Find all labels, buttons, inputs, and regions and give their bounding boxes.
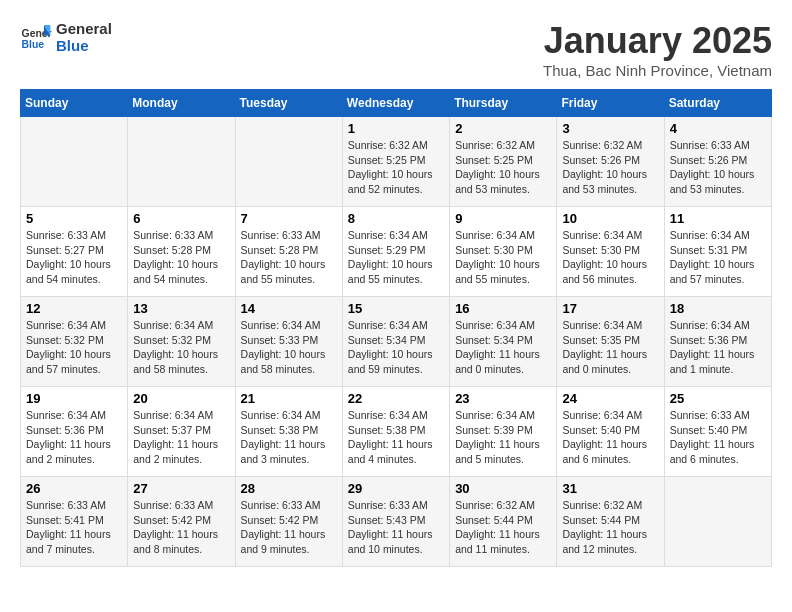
day-number: 12 bbox=[26, 301, 122, 316]
calendar-week-row: 5Sunrise: 6:33 AM Sunset: 5:27 PM Daylig… bbox=[21, 207, 772, 297]
day-info: Sunrise: 6:33 AM Sunset: 5:28 PM Dayligh… bbox=[241, 228, 337, 287]
calendar-day-cell: 27Sunrise: 6:33 AM Sunset: 5:42 PM Dayli… bbox=[128, 477, 235, 567]
day-info: Sunrise: 6:32 AM Sunset: 5:44 PM Dayligh… bbox=[562, 498, 658, 557]
svg-text:Blue: Blue bbox=[22, 39, 45, 50]
day-info: Sunrise: 6:33 AM Sunset: 5:28 PM Dayligh… bbox=[133, 228, 229, 287]
logo-icon: General Blue bbox=[20, 21, 52, 53]
day-info: Sunrise: 6:34 AM Sunset: 5:30 PM Dayligh… bbox=[455, 228, 551, 287]
day-info: Sunrise: 6:32 AM Sunset: 5:25 PM Dayligh… bbox=[455, 138, 551, 197]
day-number: 29 bbox=[348, 481, 444, 496]
day-number: 19 bbox=[26, 391, 122, 406]
day-info: Sunrise: 6:33 AM Sunset: 5:42 PM Dayligh… bbox=[133, 498, 229, 557]
calendar-day-cell: 29Sunrise: 6:33 AM Sunset: 5:43 PM Dayli… bbox=[342, 477, 449, 567]
day-info: Sunrise: 6:34 AM Sunset: 5:30 PM Dayligh… bbox=[562, 228, 658, 287]
calendar-day-cell: 11Sunrise: 6:34 AM Sunset: 5:31 PM Dayli… bbox=[664, 207, 771, 297]
logo: General Blue General Blue bbox=[20, 20, 112, 54]
calendar-day-cell: 3Sunrise: 6:32 AM Sunset: 5:26 PM Daylig… bbox=[557, 117, 664, 207]
day-number: 27 bbox=[133, 481, 229, 496]
day-info: Sunrise: 6:34 AM Sunset: 5:33 PM Dayligh… bbox=[241, 318, 337, 377]
calendar-week-row: 12Sunrise: 6:34 AM Sunset: 5:32 PM Dayli… bbox=[21, 297, 772, 387]
calendar-day-cell: 2Sunrise: 6:32 AM Sunset: 5:25 PM Daylig… bbox=[450, 117, 557, 207]
calendar-day-cell: 10Sunrise: 6:34 AM Sunset: 5:30 PM Dayli… bbox=[557, 207, 664, 297]
day-info: Sunrise: 6:33 AM Sunset: 5:41 PM Dayligh… bbox=[26, 498, 122, 557]
day-info: Sunrise: 6:34 AM Sunset: 5:34 PM Dayligh… bbox=[455, 318, 551, 377]
calendar-day-cell: 20Sunrise: 6:34 AM Sunset: 5:37 PM Dayli… bbox=[128, 387, 235, 477]
calendar-day-cell: 5Sunrise: 6:33 AM Sunset: 5:27 PM Daylig… bbox=[21, 207, 128, 297]
calendar-table: SundayMondayTuesdayWednesdayThursdayFrid… bbox=[20, 89, 772, 567]
day-number: 20 bbox=[133, 391, 229, 406]
calendar-day-cell: 13Sunrise: 6:34 AM Sunset: 5:32 PM Dayli… bbox=[128, 297, 235, 387]
empty-cell bbox=[128, 117, 235, 207]
day-info: Sunrise: 6:33 AM Sunset: 5:42 PM Dayligh… bbox=[241, 498, 337, 557]
day-number: 1 bbox=[348, 121, 444, 136]
calendar-day-cell: 31Sunrise: 6:32 AM Sunset: 5:44 PM Dayli… bbox=[557, 477, 664, 567]
day-number: 21 bbox=[241, 391, 337, 406]
calendar-day-cell: 17Sunrise: 6:34 AM Sunset: 5:35 PM Dayli… bbox=[557, 297, 664, 387]
location-subtitle: Thua, Bac Ninh Province, Vietnam bbox=[543, 62, 772, 79]
day-number: 25 bbox=[670, 391, 766, 406]
calendar-week-row: 1Sunrise: 6:32 AM Sunset: 5:25 PM Daylig… bbox=[21, 117, 772, 207]
empty-cell bbox=[21, 117, 128, 207]
day-number: 11 bbox=[670, 211, 766, 226]
day-info: Sunrise: 6:34 AM Sunset: 5:32 PM Dayligh… bbox=[133, 318, 229, 377]
calendar-day-cell: 9Sunrise: 6:34 AM Sunset: 5:30 PM Daylig… bbox=[450, 207, 557, 297]
calendar-day-cell: 1Sunrise: 6:32 AM Sunset: 5:25 PM Daylig… bbox=[342, 117, 449, 207]
calendar-day-cell: 26Sunrise: 6:33 AM Sunset: 5:41 PM Dayli… bbox=[21, 477, 128, 567]
day-info: Sunrise: 6:34 AM Sunset: 5:29 PM Dayligh… bbox=[348, 228, 444, 287]
day-info: Sunrise: 6:34 AM Sunset: 5:40 PM Dayligh… bbox=[562, 408, 658, 467]
day-number: 9 bbox=[455, 211, 551, 226]
day-number: 22 bbox=[348, 391, 444, 406]
day-info: Sunrise: 6:33 AM Sunset: 5:43 PM Dayligh… bbox=[348, 498, 444, 557]
day-number: 18 bbox=[670, 301, 766, 316]
day-number: 30 bbox=[455, 481, 551, 496]
day-info: Sunrise: 6:34 AM Sunset: 5:36 PM Dayligh… bbox=[26, 408, 122, 467]
day-number: 23 bbox=[455, 391, 551, 406]
day-number: 4 bbox=[670, 121, 766, 136]
month-title: January 2025 bbox=[543, 20, 772, 62]
day-number: 31 bbox=[562, 481, 658, 496]
weekday-header-sunday: Sunday bbox=[21, 90, 128, 117]
calendar-day-cell: 21Sunrise: 6:34 AM Sunset: 5:38 PM Dayli… bbox=[235, 387, 342, 477]
weekday-header-thursday: Thursday bbox=[450, 90, 557, 117]
day-info: Sunrise: 6:34 AM Sunset: 5:32 PM Dayligh… bbox=[26, 318, 122, 377]
calendar-day-cell: 19Sunrise: 6:34 AM Sunset: 5:36 PM Dayli… bbox=[21, 387, 128, 477]
day-number: 16 bbox=[455, 301, 551, 316]
calendar-day-cell: 30Sunrise: 6:32 AM Sunset: 5:44 PM Dayli… bbox=[450, 477, 557, 567]
calendar-day-cell: 23Sunrise: 6:34 AM Sunset: 5:39 PM Dayli… bbox=[450, 387, 557, 477]
day-info: Sunrise: 6:34 AM Sunset: 5:38 PM Dayligh… bbox=[348, 408, 444, 467]
day-info: Sunrise: 6:34 AM Sunset: 5:36 PM Dayligh… bbox=[670, 318, 766, 377]
calendar-week-row: 19Sunrise: 6:34 AM Sunset: 5:36 PM Dayli… bbox=[21, 387, 772, 477]
calendar-body: 1Sunrise: 6:32 AM Sunset: 5:25 PM Daylig… bbox=[21, 117, 772, 567]
day-number: 14 bbox=[241, 301, 337, 316]
calendar-day-cell: 15Sunrise: 6:34 AM Sunset: 5:34 PM Dayli… bbox=[342, 297, 449, 387]
day-info: Sunrise: 6:34 AM Sunset: 5:34 PM Dayligh… bbox=[348, 318, 444, 377]
calendar-week-row: 26Sunrise: 6:33 AM Sunset: 5:41 PM Dayli… bbox=[21, 477, 772, 567]
day-info: Sunrise: 6:32 AM Sunset: 5:44 PM Dayligh… bbox=[455, 498, 551, 557]
day-info: Sunrise: 6:32 AM Sunset: 5:25 PM Dayligh… bbox=[348, 138, 444, 197]
day-number: 7 bbox=[241, 211, 337, 226]
calendar-day-cell: 4Sunrise: 6:33 AM Sunset: 5:26 PM Daylig… bbox=[664, 117, 771, 207]
day-number: 13 bbox=[133, 301, 229, 316]
day-info: Sunrise: 6:34 AM Sunset: 5:37 PM Dayligh… bbox=[133, 408, 229, 467]
calendar-day-cell: 28Sunrise: 6:33 AM Sunset: 5:42 PM Dayli… bbox=[235, 477, 342, 567]
logo-text-line1: General bbox=[56, 20, 112, 37]
calendar-header: SundayMondayTuesdayWednesdayThursdayFrid… bbox=[21, 90, 772, 117]
day-number: 24 bbox=[562, 391, 658, 406]
day-info: Sunrise: 6:32 AM Sunset: 5:26 PM Dayligh… bbox=[562, 138, 658, 197]
calendar-day-cell: 14Sunrise: 6:34 AM Sunset: 5:33 PM Dayli… bbox=[235, 297, 342, 387]
weekday-header-saturday: Saturday bbox=[664, 90, 771, 117]
day-info: Sunrise: 6:34 AM Sunset: 5:31 PM Dayligh… bbox=[670, 228, 766, 287]
logo-text-line2: Blue bbox=[56, 37, 112, 54]
weekday-header-monday: Monday bbox=[128, 90, 235, 117]
day-info: Sunrise: 6:34 AM Sunset: 5:38 PM Dayligh… bbox=[241, 408, 337, 467]
day-info: Sunrise: 6:34 AM Sunset: 5:35 PM Dayligh… bbox=[562, 318, 658, 377]
calendar-day-cell: 12Sunrise: 6:34 AM Sunset: 5:32 PM Dayli… bbox=[21, 297, 128, 387]
day-info: Sunrise: 6:33 AM Sunset: 5:26 PM Dayligh… bbox=[670, 138, 766, 197]
day-number: 28 bbox=[241, 481, 337, 496]
calendar-day-cell: 7Sunrise: 6:33 AM Sunset: 5:28 PM Daylig… bbox=[235, 207, 342, 297]
day-info: Sunrise: 6:34 AM Sunset: 5:39 PM Dayligh… bbox=[455, 408, 551, 467]
calendar-day-cell: 16Sunrise: 6:34 AM Sunset: 5:34 PM Dayli… bbox=[450, 297, 557, 387]
day-number: 8 bbox=[348, 211, 444, 226]
day-info: Sunrise: 6:33 AM Sunset: 5:40 PM Dayligh… bbox=[670, 408, 766, 467]
calendar-day-cell: 24Sunrise: 6:34 AM Sunset: 5:40 PM Dayli… bbox=[557, 387, 664, 477]
